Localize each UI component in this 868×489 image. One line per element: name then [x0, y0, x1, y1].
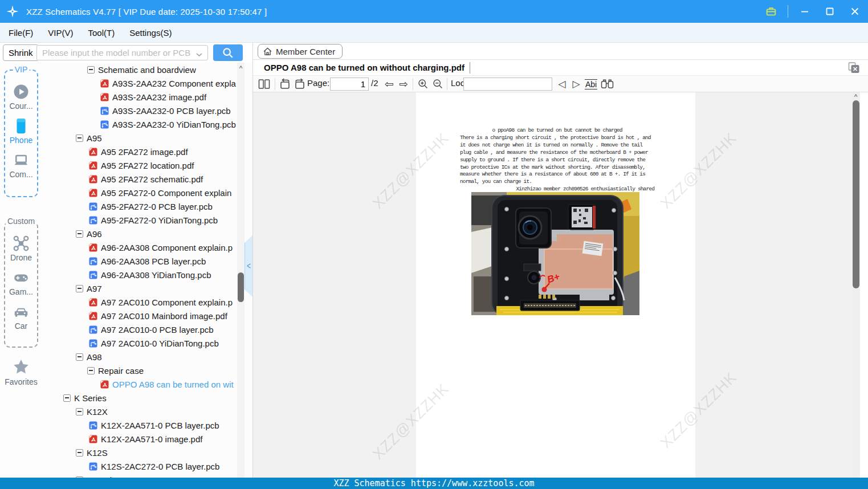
pdf-scroll-up-icon[interactable]: ^ [852, 93, 859, 101]
lookup-input[interactable] [463, 78, 552, 91]
custom-group-label: Custom [6, 217, 36, 226]
tree-item[interactable]: A96-2AA308 PCB layer.pcb [48, 254, 252, 268]
sidebar-item[interactable]: Com... [5, 152, 37, 179]
page-number-input[interactable] [330, 78, 369, 91]
tree-item[interactable]: K12 Pl [48, 473, 252, 478]
tree-item-label: A97 2AC010-0 PCB layer.pcb [101, 325, 214, 335]
status-bar: XZZ Schematics https://www.xzztools.com [0, 478, 868, 489]
document-tab[interactable]: OPPO A98 can be turned on without chargi… [264, 63, 464, 72]
tree-item[interactable]: A95 2FA272 image.pdf [48, 145, 252, 158]
sidebar-item-favorites[interactable]: Favorites [0, 358, 42, 386]
panel-splitter-handle[interactable]: < [244, 235, 253, 298]
tree-item[interactable]: A95-2FA272-0 PCB layer.pcb [48, 199, 252, 213]
shrink-button[interactable]: Shrink [3, 44, 39, 61]
tree-item-label: A97 2AC010 Mainbord image.pdf [101, 311, 227, 321]
tree-item[interactable]: A96-2AA308 Component explain.p [48, 241, 252, 254]
pdf-scroll-thumb[interactable] [853, 100, 859, 288]
menu-item[interactable]: Settings(S) [129, 28, 172, 38]
find-prev-button[interactable]: ◁ [556, 78, 568, 91]
sidebar-item[interactable]: Cour... [5, 83, 37, 111]
close-button[interactable] [846, 3, 863, 19]
tree-item-label: A93S-2AA232-0 YiDianTong.pcb [112, 120, 236, 129]
tree-item[interactable]: A95 2FA272 schematic.pdf [48, 172, 252, 186]
search-icon [222, 47, 234, 59]
tree-scroll-thumb[interactable] [238, 272, 244, 302]
tree-item[interactable]: A97 2AC010-0 PCB layer.pcb [48, 323, 252, 336]
tree-item[interactable]: A96-2AA308 YiDianTong.pcb [48, 268, 252, 282]
collapse-icon[interactable] [87, 367, 95, 374]
collapse-icon[interactable] [76, 449, 83, 457]
collapse-icon[interactable] [76, 135, 83, 142]
zoom-in-button[interactable] [416, 78, 430, 91]
toolbox-icon[interactable] [763, 3, 780, 19]
tree-item[interactable]: A93S-2AA232-0 PCB layer.pcb [48, 104, 252, 117]
tree-item-label: A97 2AC010-0 YiDianTong.pcb [101, 339, 219, 348]
tree-item[interactable]: A95 2FA272-0 Component explain [48, 186, 252, 199]
pdf-viewer[interactable]: o ppoA98 can be turned on but cannot be … [253, 92, 860, 478]
tree-item[interactable]: Repair case [48, 364, 252, 377]
model-search-input[interactable] [36, 45, 208, 60]
sidebar-item[interactable]: Drone [5, 235, 37, 262]
tree-scroll-up-icon[interactable]: ^ [237, 64, 244, 73]
tree-item-label: A95 2FA272 location.pdf [101, 161, 194, 170]
tree-item[interactable]: K12S-2AC272-0 PCB layer.pcb [48, 459, 252, 473]
tree-item[interactable]: A97 2AC010 Mainbord image.pdf [48, 309, 252, 323]
tree-item[interactable]: A97 2AC010-0 YiDianTong.pcb [48, 336, 252, 350]
find-next-button[interactable]: ▷ [570, 78, 582, 91]
tree-item[interactable]: A97 [48, 282, 252, 295]
menu-item[interactable]: File(F) [9, 28, 33, 38]
match-case-button[interactable]: Abi [584, 78, 598, 91]
laptop-icon [13, 152, 30, 169]
collapse-icon[interactable] [76, 285, 83, 292]
home-icon [263, 47, 272, 56]
menu-item[interactable]: Tool(T) [88, 28, 115, 38]
tree-item[interactable]: Schematic and boardview [48, 63, 252, 76]
pdf-text-block: o ppoA98 can be turned on but cannot be … [460, 127, 654, 193]
member-center-label: Member Center [276, 47, 335, 56]
tree-item[interactable]: A93S-2AA232 Component expla [48, 76, 252, 90]
menu-item[interactable]: VIP(V) [48, 28, 73, 38]
tree-item[interactable]: A93S-2AA232 image.pdf [48, 90, 252, 104]
search-button[interactable] [213, 44, 243, 61]
zoom-out-button[interactable] [431, 78, 445, 91]
window-title: XZZ Schematics V4.77 [ VIP Due date: 202… [26, 7, 267, 17]
tree-item[interactable]: K12X [48, 405, 252, 418]
minimize-button[interactable] [796, 3, 813, 19]
prev-page-button[interactable]: ⇦ [383, 78, 396, 91]
tree-item[interactable]: K Series [48, 391, 252, 405]
tree-item[interactable]: A97 2AC010 Component explain.p [48, 295, 252, 309]
next-page-button[interactable]: ⇨ [397, 78, 410, 91]
tree-item[interactable]: A98 [48, 350, 252, 364]
tree-item[interactable]: A95 [48, 131, 252, 145]
close-document-button[interactable] [847, 62, 860, 74]
two-page-view-button[interactable] [257, 78, 271, 91]
collapse-icon[interactable] [63, 394, 71, 402]
collapse-icon[interactable] [87, 66, 95, 74]
tree-item[interactable]: A95 2FA272 location.pdf [48, 158, 252, 172]
member-center-button[interactable]: Member Center [258, 44, 343, 59]
pdf-title-line: o ppoA98 can be turned on but cannot be … [460, 127, 654, 135]
tree-item-label: K12S [87, 448, 108, 458]
tree-item[interactable]: OPPO A98 can be turned on wit [48, 377, 252, 391]
tree-scrollbar[interactable] [237, 63, 244, 478]
tree-item[interactable]: K12X-2AA571-0 image.pdf [48, 432, 252, 446]
sidebar-item[interactable]: Gam... [5, 269, 37, 296]
phone-icon [13, 117, 30, 135]
gamepad-icon [13, 269, 30, 286]
rotate-right-button[interactable] [293, 78, 307, 91]
rotate-left-button[interactable] [278, 78, 292, 91]
collapse-icon[interactable] [76, 230, 83, 238]
collapse-icon[interactable] [76, 353, 83, 361]
collapse-icon[interactable] [76, 408, 83, 415]
member-row: Member Center [253, 43, 868, 60]
tree-item[interactable]: K12X-2AA571-0 PCB layer.pcb [48, 418, 252, 432]
sidebar-item[interactable]: Phone [5, 117, 37, 145]
tree-item[interactable]: A96 [48, 227, 252, 241]
tree-item[interactable]: A95-2FA272-0 YiDianTong.pcb [48, 213, 252, 227]
pdf-icon [100, 380, 109, 389]
maximize-button[interactable] [821, 3, 838, 19]
sidebar-item[interactable]: Car [5, 303, 37, 331]
highlight-all-button[interactable] [600, 78, 614, 91]
tree-item[interactable]: A93S-2AA232-0 YiDianTong.pcb [48, 117, 252, 131]
tree-item[interactable]: K12S [48, 446, 252, 459]
